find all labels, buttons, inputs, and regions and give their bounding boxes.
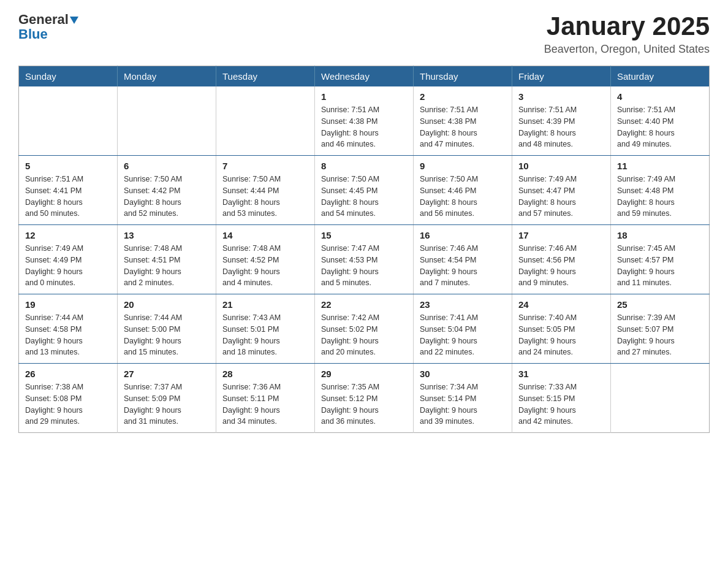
calendar-cell: 21Sunrise: 7:43 AM Sunset: 5:01 PM Dayli…	[216, 294, 315, 364]
day-number: 12	[25, 230, 111, 240]
calendar-cell: 2Sunrise: 7:51 AM Sunset: 4:38 PM Daylig…	[414, 86, 512, 156]
day-number: 16	[420, 230, 506, 240]
day-number: 17	[518, 230, 604, 240]
calendar-cell: 6Sunrise: 7:50 AM Sunset: 4:42 PM Daylig…	[118, 156, 216, 225]
calendar-cell: 20Sunrise: 7:44 AM Sunset: 5:00 PM Dayli…	[118, 294, 216, 364]
day-number: 3	[518, 91, 604, 102]
calendar-cell: 15Sunrise: 7:47 AM Sunset: 4:53 PM Dayli…	[315, 225, 414, 294]
day-info: Sunrise: 7:51 AM Sunset: 4:38 PM Dayligh…	[420, 104, 506, 150]
calendar-cell: 11Sunrise: 7:49 AM Sunset: 4:48 PM Dayli…	[611, 156, 710, 225]
logo-general-text: General	[18, 12, 69, 27]
day-info: Sunrise: 7:42 AM Sunset: 5:02 PM Dayligh…	[321, 312, 407, 358]
logo-triangle-icon	[70, 17, 78, 24]
calendar-cell: 19Sunrise: 7:44 AM Sunset: 4:58 PM Dayli…	[19, 294, 118, 364]
calendar-cell: 25Sunrise: 7:39 AM Sunset: 5:07 PM Dayli…	[611, 294, 710, 364]
calendar-table: SundayMondayTuesdayWednesdayThursdayFrid…	[18, 66, 710, 433]
title-block: January 2025 Beaverton, Oregon, United S…	[544, 12, 710, 56]
calendar-header-row: SundayMondayTuesdayWednesdayThursdayFrid…	[19, 66, 710, 87]
day-number: 28	[222, 369, 308, 379]
calendar-dow-saturday: Saturday	[611, 66, 710, 87]
calendar-cell: 16Sunrise: 7:46 AM Sunset: 4:54 PM Dayli…	[414, 225, 512, 294]
day-number: 24	[518, 299, 604, 310]
calendar-cell: 31Sunrise: 7:33 AM Sunset: 5:15 PM Dayli…	[512, 364, 611, 433]
logo-blue-text: Blue	[18, 26, 48, 42]
day-info: Sunrise: 7:46 AM Sunset: 4:56 PM Dayligh…	[518, 243, 604, 289]
calendar-cell	[19, 86, 118, 156]
day-number: 29	[321, 369, 407, 379]
day-number: 25	[617, 299, 703, 310]
calendar-cell: 9Sunrise: 7:50 AM Sunset: 4:46 PM Daylig…	[414, 156, 512, 225]
day-number: 31	[518, 369, 604, 379]
day-info: Sunrise: 7:49 AM Sunset: 4:49 PM Dayligh…	[25, 243, 111, 289]
day-info: Sunrise: 7:38 AM Sunset: 5:08 PM Dayligh…	[25, 381, 111, 427]
calendar-cell: 28Sunrise: 7:36 AM Sunset: 5:11 PM Dayli…	[216, 364, 315, 433]
day-info: Sunrise: 7:36 AM Sunset: 5:11 PM Dayligh…	[222, 381, 308, 427]
calendar-cell: 7Sunrise: 7:50 AM Sunset: 4:44 PM Daylig…	[216, 156, 315, 225]
calendar-week-row: 5Sunrise: 7:51 AM Sunset: 4:41 PM Daylig…	[19, 156, 710, 225]
calendar-cell: 10Sunrise: 7:49 AM Sunset: 4:47 PM Dayli…	[512, 156, 611, 225]
month-title: January 2025	[544, 12, 710, 40]
calendar-dow-wednesday: Wednesday	[315, 66, 414, 87]
day-info: Sunrise: 7:51 AM Sunset: 4:39 PM Dayligh…	[518, 104, 604, 150]
day-number: 7	[222, 161, 308, 171]
day-number: 2	[420, 91, 506, 102]
day-info: Sunrise: 7:50 AM Sunset: 4:42 PM Dayligh…	[124, 174, 210, 220]
day-info: Sunrise: 7:49 AM Sunset: 4:47 PM Dayligh…	[518, 174, 604, 220]
calendar-week-row: 26Sunrise: 7:38 AM Sunset: 5:08 PM Dayli…	[19, 364, 710, 433]
day-info: Sunrise: 7:44 AM Sunset: 4:58 PM Dayligh…	[25, 312, 111, 358]
day-number: 14	[222, 230, 308, 240]
calendar-week-row: 19Sunrise: 7:44 AM Sunset: 4:58 PM Dayli…	[19, 294, 710, 364]
day-number: 26	[25, 369, 111, 379]
day-info: Sunrise: 7:44 AM Sunset: 5:00 PM Dayligh…	[124, 312, 210, 358]
day-info: Sunrise: 7:37 AM Sunset: 5:09 PM Dayligh…	[124, 381, 210, 427]
calendar-header: SundayMondayTuesdayWednesdayThursdayFrid…	[19, 66, 710, 87]
day-info: Sunrise: 7:51 AM Sunset: 4:38 PM Dayligh…	[321, 104, 407, 150]
calendar-cell: 17Sunrise: 7:46 AM Sunset: 4:56 PM Dayli…	[512, 225, 611, 294]
day-info: Sunrise: 7:50 AM Sunset: 4:46 PM Dayligh…	[420, 174, 506, 220]
day-number: 20	[124, 299, 210, 310]
calendar-week-row: 12Sunrise: 7:49 AM Sunset: 4:49 PM Dayli…	[19, 225, 710, 294]
calendar-dow-friday: Friday	[512, 66, 611, 87]
day-info: Sunrise: 7:40 AM Sunset: 5:05 PM Dayligh…	[518, 312, 604, 358]
calendar-cell	[216, 86, 315, 156]
calendar-cell: 12Sunrise: 7:49 AM Sunset: 4:49 PM Dayli…	[19, 225, 118, 294]
day-info: Sunrise: 7:51 AM Sunset: 4:40 PM Dayligh…	[617, 104, 703, 150]
day-number: 23	[420, 299, 506, 310]
calendar-cell: 24Sunrise: 7:40 AM Sunset: 5:05 PM Dayli…	[512, 294, 611, 364]
calendar-dow-tuesday: Tuesday	[216, 66, 315, 87]
day-info: Sunrise: 7:33 AM Sunset: 5:15 PM Dayligh…	[518, 381, 604, 427]
calendar-cell	[611, 364, 710, 433]
day-number: 30	[420, 369, 506, 379]
day-number: 10	[518, 161, 604, 171]
day-number: 21	[222, 299, 308, 310]
calendar-cell	[118, 86, 216, 156]
day-number: 5	[25, 161, 111, 171]
day-info: Sunrise: 7:47 AM Sunset: 4:53 PM Dayligh…	[321, 243, 407, 289]
calendar-week-row: 1Sunrise: 7:51 AM Sunset: 4:38 PM Daylig…	[19, 86, 710, 156]
day-info: Sunrise: 7:48 AM Sunset: 4:52 PM Dayligh…	[222, 243, 308, 289]
calendar-dow-monday: Monday	[118, 66, 216, 87]
calendar-dow-sunday: Sunday	[19, 66, 118, 87]
calendar-cell: 29Sunrise: 7:35 AM Sunset: 5:12 PM Dayli…	[315, 364, 414, 433]
page-header: General Blue January 2025 Beaverton, Ore…	[18, 12, 710, 56]
calendar-cell: 27Sunrise: 7:37 AM Sunset: 5:09 PM Dayli…	[118, 364, 216, 433]
logo-top-row: General	[18, 12, 78, 27]
day-info: Sunrise: 7:39 AM Sunset: 5:07 PM Dayligh…	[617, 312, 703, 358]
day-number: 19	[25, 299, 111, 310]
calendar-cell: 23Sunrise: 7:41 AM Sunset: 5:04 PM Dayli…	[414, 294, 512, 364]
day-number: 13	[124, 230, 210, 240]
calendar-cell: 8Sunrise: 7:50 AM Sunset: 4:45 PM Daylig…	[315, 156, 414, 225]
day-number: 4	[617, 91, 703, 102]
calendar-cell: 18Sunrise: 7:45 AM Sunset: 4:57 PM Dayli…	[611, 225, 710, 294]
location-text: Beaverton, Oregon, United States	[544, 43, 710, 56]
day-number: 22	[321, 299, 407, 310]
day-info: Sunrise: 7:48 AM Sunset: 4:51 PM Dayligh…	[124, 243, 210, 289]
day-info: Sunrise: 7:50 AM Sunset: 4:44 PM Dayligh…	[222, 174, 308, 220]
day-number: 6	[124, 161, 210, 171]
day-info: Sunrise: 7:46 AM Sunset: 4:54 PM Dayligh…	[420, 243, 506, 289]
day-info: Sunrise: 7:45 AM Sunset: 4:57 PM Dayligh…	[617, 243, 703, 289]
day-number: 8	[321, 161, 407, 171]
day-info: Sunrise: 7:50 AM Sunset: 4:45 PM Dayligh…	[321, 174, 407, 220]
calendar-cell: 22Sunrise: 7:42 AM Sunset: 5:02 PM Dayli…	[315, 294, 414, 364]
day-info: Sunrise: 7:41 AM Sunset: 5:04 PM Dayligh…	[420, 312, 506, 358]
